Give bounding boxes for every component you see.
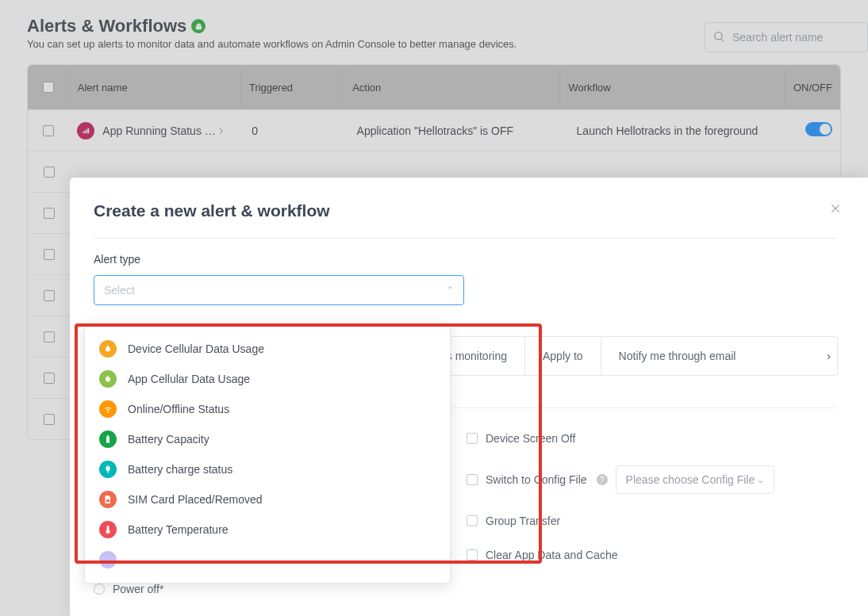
dropdown-item-label: App Cellular Data Usage [128,373,250,385]
search-input[interactable] [705,22,868,52]
dropdown-item-label: Battery Temperature [128,523,229,536]
search-icon [712,30,725,43]
config-file-placeholder: Please choose Config File [626,473,755,486]
dropdown-item-label: Battery Capacity [128,433,209,446]
chevron-up-icon: ⌃ [446,285,454,296]
thermometer-icon [99,521,117,538]
alert-name: App Running Status … [102,124,215,137]
dropdown-item-battery-capacity[interactable]: Battery Capacity [85,424,450,454]
row-checkbox[interactable] [44,290,55,301]
tab-notify[interactable]: Notify me through email › [601,337,837,375]
dropdown-item-sim-card[interactable]: SIM Card Placed/Removed [85,484,450,515]
row-checkbox[interactable] [44,249,55,260]
android-badge-icon [191,19,205,33]
dropdown-item-label: Battery charge status [128,463,232,476]
row-checkbox[interactable] [44,414,55,425]
svg-rect-7 [106,437,109,443]
chevron-down-icon: ⌄ [757,475,764,485]
flame-icon [99,340,117,358]
power-off-radio[interactable] [94,583,105,595]
tab-apply-to[interactable]: Apply to [525,337,601,375]
dropdown-item-label: SIM Card Placed/Removed [128,493,263,506]
battery-icon [99,430,117,448]
config-file-select[interactable]: Please choose Config File ⌄ [616,465,774,494]
svg-rect-8 [107,435,109,437]
power-off-label: Power off* [113,583,163,595]
clear-cache-checkbox[interactable] [467,549,478,561]
create-alert-modal: Create a new alert & workflow Alert type… [70,178,868,616]
wifi-icon [99,400,117,418]
col-alert-name[interactable]: Alert name [69,69,240,106]
dropdown-item-battery-temp[interactable]: Battery Temperature [85,515,450,545]
plug-icon [99,461,117,478]
table-row[interactable]: App Running Status … › 0 Application "He… [28,109,840,151]
row-checkbox[interactable] [44,208,55,219]
dropdown-item-label: Online/Offline Status [128,403,229,415]
modal-divider [94,238,836,239]
workflow-value: Launch Hellotracks in the foreground [569,112,797,150]
select-all-checkbox[interactable] [43,82,54,93]
col-workflow[interactable]: Workflow [559,69,784,106]
chevron-right-icon: › [219,122,224,139]
table-header: Alert name Triggered Action Workflow ON/… [28,65,840,109]
svg-rect-2 [83,131,85,133]
dropdown-item-more[interactable] [85,545,450,575]
screen-off-label: Device Screen Off [486,432,575,445]
modal-title: Create a new alert & workflow [94,201,836,220]
row-checkbox[interactable] [44,166,55,178]
tab-notify-label: Notify me through email [619,350,736,362]
alert-type-dropdown: Device Cellular Data Usage App Cellular … [84,323,451,583]
select-placeholder: Select [104,284,135,297]
switch-config-checkbox[interactable] [467,474,478,485]
page-title-text: Alerts & Workflows [27,16,186,36]
row-checkbox[interactable] [44,331,55,342]
group-transfer-checkbox[interactable] [467,515,478,526]
dropdown-item-app-cellular[interactable]: App Cellular Data Usage [85,364,450,394]
switch-config-label: Switch to Config File [486,473,587,486]
screen-off-checkbox[interactable] [467,433,478,444]
chevron-right-icon[interactable]: › [827,350,831,362]
flame-icon [99,370,117,388]
action-value: Application "Hellotracks" is OFF [349,112,569,150]
row-checkbox[interactable] [44,373,55,384]
dropdown-item-label: Device Cellular Data Usage [128,342,264,355]
group-transfer-label: Group Transfer [486,515,560,527]
col-triggered[interactable]: Triggered [240,69,344,106]
dropdown-item-battery-charge[interactable]: Battery charge status [85,454,450,484]
tab-apply-to-label: Apply to [543,350,583,362]
svg-rect-4 [87,128,89,133]
help-icon[interactable]: ? [597,474,608,485]
more-icon [99,551,117,568]
alert-type-icon [77,122,94,140]
svg-line-1 [721,39,724,41]
col-onoff[interactable]: ON/OFF [785,69,840,106]
sim-icon [99,491,117,508]
dropdown-item-device-cellular[interactable]: Device Cellular Data Usage [85,334,450,364]
triggered-value: 0 [244,112,348,150]
svg-rect-3 [85,130,86,134]
dropdown-item-online-offline[interactable]: Online/Offline Status [85,394,450,424]
alert-type-label: Alert type [94,253,836,266]
close-icon[interactable] [830,203,841,217]
onoff-toggle[interactable] [805,122,832,136]
clear-cache-label: Clear App Data and Cache [486,549,618,561]
svg-point-0 [715,33,722,40]
col-action[interactable]: Action [344,69,559,106]
row-checkbox[interactable] [43,125,54,136]
alert-type-select[interactable]: Select ⌃ [94,275,464,305]
